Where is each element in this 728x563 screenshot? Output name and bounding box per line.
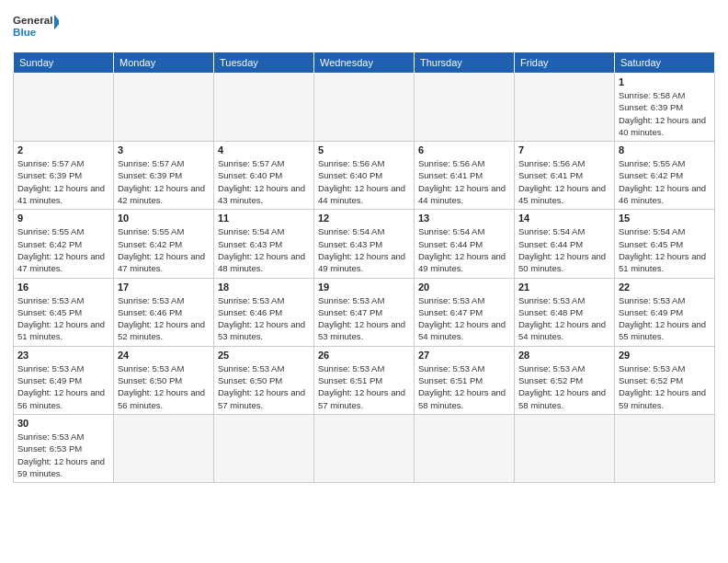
day-info: Sunrise: 5:53 AM Sunset: 6:52 PM Dayligh… bbox=[619, 362, 711, 411]
calendar-cell: 30Sunrise: 5:53 AM Sunset: 6:53 PM Dayli… bbox=[14, 414, 114, 482]
day-info: Sunrise: 5:56 AM Sunset: 6:40 PM Dayligh… bbox=[318, 157, 410, 206]
calendar-cell bbox=[615, 414, 715, 482]
weekday-header-monday: Monday bbox=[114, 52, 214, 74]
weekday-header-thursday: Thursday bbox=[415, 52, 515, 74]
day-info: Sunrise: 5:54 AM Sunset: 6:44 PM Dayligh… bbox=[518, 225, 610, 274]
calendar-table: SundayMondayTuesdayWednesdayThursdayFrid… bbox=[13, 52, 715, 483]
day-info: Sunrise: 5:54 AM Sunset: 6:43 PM Dayligh… bbox=[218, 225, 310, 274]
day-info: Sunrise: 5:54 AM Sunset: 6:45 PM Dayligh… bbox=[619, 225, 711, 274]
day-number: 8 bbox=[619, 144, 711, 155]
day-number: 17 bbox=[118, 282, 210, 293]
weekday-header-friday: Friday bbox=[515, 52, 615, 74]
week-row-4: 16Sunrise: 5:53 AM Sunset: 6:45 PM Dayli… bbox=[14, 278, 715, 346]
day-info: Sunrise: 5:55 AM Sunset: 6:42 PM Dayligh… bbox=[17, 225, 109, 274]
calendar-cell: 16Sunrise: 5:53 AM Sunset: 6:45 PM Dayli… bbox=[14, 278, 114, 346]
calendar-cell bbox=[415, 414, 515, 482]
day-number: 25 bbox=[218, 350, 310, 361]
calendar-cell: 5Sunrise: 5:56 AM Sunset: 6:40 PM Daylig… bbox=[314, 142, 415, 210]
day-number: 11 bbox=[218, 213, 310, 224]
day-info: Sunrise: 5:57 AM Sunset: 6:40 PM Dayligh… bbox=[218, 157, 310, 206]
day-number: 28 bbox=[518, 350, 610, 361]
calendar-cell: 8Sunrise: 5:55 AM Sunset: 6:42 PM Daylig… bbox=[615, 142, 715, 210]
day-number: 27 bbox=[418, 350, 510, 361]
calendar-cell: 27Sunrise: 5:53 AM Sunset: 6:51 PM Dayli… bbox=[415, 346, 515, 414]
calendar-cell bbox=[314, 414, 415, 482]
day-info: Sunrise: 5:53 AM Sunset: 6:45 PM Dayligh… bbox=[17, 294, 109, 343]
page: General Blue SundayMondayTuesdayWednesda… bbox=[0, 0, 728, 563]
day-info: Sunrise: 5:54 AM Sunset: 6:44 PM Dayligh… bbox=[418, 225, 510, 274]
calendar-cell: 25Sunrise: 5:53 AM Sunset: 6:50 PM Dayli… bbox=[214, 346, 314, 414]
day-number: 12 bbox=[318, 213, 410, 224]
weekday-header-tuesday: Tuesday bbox=[214, 52, 314, 74]
calendar-cell: 14Sunrise: 5:54 AM Sunset: 6:44 PM Dayli… bbox=[515, 210, 615, 278]
calendar-cell: 6Sunrise: 5:56 AM Sunset: 6:41 PM Daylig… bbox=[415, 142, 515, 210]
calendar-cell: 26Sunrise: 5:53 AM Sunset: 6:51 PM Dayli… bbox=[314, 346, 415, 414]
day-number: 9 bbox=[17, 213, 109, 224]
day-info: Sunrise: 5:53 AM Sunset: 6:53 PM Dayligh… bbox=[17, 431, 109, 479]
day-info: Sunrise: 5:53 AM Sunset: 6:46 PM Dayligh… bbox=[218, 294, 310, 343]
calendar-cell bbox=[515, 414, 615, 482]
calendar-cell bbox=[314, 74, 415, 142]
week-row-3: 9Sunrise: 5:55 AM Sunset: 6:42 PM Daylig… bbox=[14, 210, 715, 278]
day-number: 15 bbox=[619, 213, 711, 224]
day-number: 4 bbox=[218, 144, 310, 155]
calendar-cell: 1Sunrise: 5:58 AM Sunset: 6:39 PM Daylig… bbox=[615, 74, 715, 142]
calendar-cell: 24Sunrise: 5:53 AM Sunset: 6:50 PM Dayli… bbox=[114, 346, 214, 414]
day-number: 10 bbox=[118, 213, 210, 224]
day-info: Sunrise: 5:55 AM Sunset: 6:42 PM Dayligh… bbox=[118, 225, 210, 274]
calendar-cell: 3Sunrise: 5:57 AM Sunset: 6:39 PM Daylig… bbox=[114, 142, 214, 210]
day-info: Sunrise: 5:57 AM Sunset: 6:39 PM Dayligh… bbox=[118, 157, 210, 206]
day-info: Sunrise: 5:56 AM Sunset: 6:41 PM Dayligh… bbox=[518, 157, 610, 206]
week-row-5: 23Sunrise: 5:53 AM Sunset: 6:49 PM Dayli… bbox=[14, 346, 715, 414]
day-info: Sunrise: 5:53 AM Sunset: 6:48 PM Dayligh… bbox=[518, 294, 610, 343]
day-info: Sunrise: 5:56 AM Sunset: 6:41 PM Dayligh… bbox=[418, 157, 510, 206]
day-number: 16 bbox=[17, 282, 109, 293]
calendar-cell bbox=[114, 414, 214, 482]
day-number: 6 bbox=[418, 144, 510, 155]
calendar-cell: 13Sunrise: 5:54 AM Sunset: 6:44 PM Dayli… bbox=[415, 210, 515, 278]
calendar-cell: 28Sunrise: 5:53 AM Sunset: 6:52 PM Dayli… bbox=[515, 346, 615, 414]
day-number: 30 bbox=[17, 418, 109, 429]
calendar-cell bbox=[214, 74, 314, 142]
weekday-header-row: SundayMondayTuesdayWednesdayThursdayFrid… bbox=[14, 52, 715, 74]
calendar-cell: 9Sunrise: 5:55 AM Sunset: 6:42 PM Daylig… bbox=[14, 210, 114, 278]
calendar-cell bbox=[114, 74, 214, 142]
day-info: Sunrise: 5:55 AM Sunset: 6:42 PM Dayligh… bbox=[619, 157, 711, 206]
day-info: Sunrise: 5:53 AM Sunset: 6:50 PM Dayligh… bbox=[218, 362, 310, 411]
logo: General Blue bbox=[13, 9, 59, 46]
week-row-1: 1Sunrise: 5:58 AM Sunset: 6:39 PM Daylig… bbox=[14, 74, 715, 142]
header: General Blue bbox=[13, 9, 715, 46]
week-row-6: 30Sunrise: 5:53 AM Sunset: 6:53 PM Dayli… bbox=[14, 414, 715, 482]
calendar-cell: 21Sunrise: 5:53 AM Sunset: 6:48 PM Dayli… bbox=[515, 278, 615, 346]
weekday-header-sunday: Sunday bbox=[14, 52, 114, 74]
calendar-cell: 22Sunrise: 5:53 AM Sunset: 6:49 PM Dayli… bbox=[615, 278, 715, 346]
calendar-cell: 20Sunrise: 5:53 AM Sunset: 6:47 PM Dayli… bbox=[415, 278, 515, 346]
day-number: 3 bbox=[118, 144, 210, 155]
calendar-cell bbox=[14, 74, 114, 142]
day-info: Sunrise: 5:53 AM Sunset: 6:51 PM Dayligh… bbox=[418, 362, 510, 411]
calendar-cell: 23Sunrise: 5:53 AM Sunset: 6:49 PM Dayli… bbox=[14, 346, 114, 414]
day-info: Sunrise: 5:53 AM Sunset: 6:49 PM Dayligh… bbox=[17, 362, 109, 411]
calendar-cell: 18Sunrise: 5:53 AM Sunset: 6:46 PM Dayli… bbox=[214, 278, 314, 346]
calendar-cell: 15Sunrise: 5:54 AM Sunset: 6:45 PM Dayli… bbox=[615, 210, 715, 278]
calendar-cell: 12Sunrise: 5:54 AM Sunset: 6:43 PM Dayli… bbox=[314, 210, 415, 278]
day-info: Sunrise: 5:53 AM Sunset: 6:50 PM Dayligh… bbox=[118, 362, 210, 411]
svg-marker-2 bbox=[54, 15, 59, 30]
calendar-cell bbox=[515, 74, 615, 142]
day-number: 7 bbox=[518, 144, 610, 155]
day-number: 13 bbox=[418, 213, 510, 224]
day-info: Sunrise: 5:58 AM Sunset: 6:39 PM Dayligh… bbox=[619, 89, 711, 138]
day-number: 18 bbox=[218, 282, 310, 293]
day-info: Sunrise: 5:53 AM Sunset: 6:51 PM Dayligh… bbox=[318, 362, 410, 411]
day-info: Sunrise: 5:54 AM Sunset: 6:43 PM Dayligh… bbox=[318, 225, 410, 274]
weekday-header-saturday: Saturday bbox=[615, 52, 715, 74]
day-number: 14 bbox=[518, 213, 610, 224]
weekday-header-wednesday: Wednesday bbox=[314, 52, 415, 74]
day-info: Sunrise: 5:53 AM Sunset: 6:46 PM Dayligh… bbox=[118, 294, 210, 343]
calendar-cell bbox=[214, 414, 314, 482]
day-number: 26 bbox=[318, 350, 410, 361]
calendar-cell: 29Sunrise: 5:53 AM Sunset: 6:52 PM Dayli… bbox=[615, 346, 715, 414]
logo-svg: General Blue bbox=[13, 9, 59, 46]
calendar-cell: 17Sunrise: 5:53 AM Sunset: 6:46 PM Dayli… bbox=[114, 278, 214, 346]
svg-text:Blue: Blue bbox=[13, 26, 37, 38]
